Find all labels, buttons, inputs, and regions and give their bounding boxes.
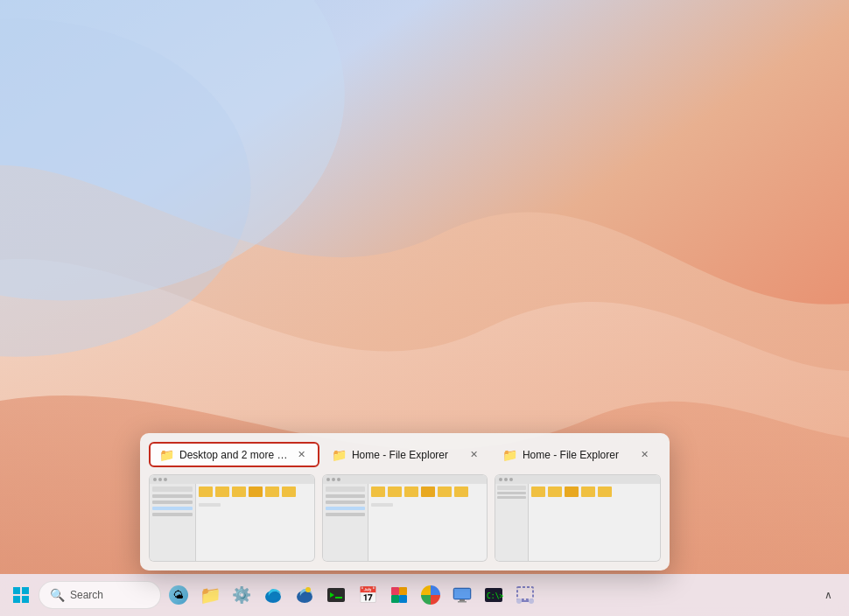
folder-icon-2: 📁: [332, 448, 347, 462]
svg-rect-18: [454, 589, 470, 598]
cmd-icon: C:\>: [484, 585, 503, 605]
preview-tab-list: 📁 Desktop and 2 more tabs - ... ✕ 📁 Home…: [149, 442, 661, 467]
widgets-button[interactable]: 🌤: [165, 581, 193, 609]
svg-rect-3: [13, 587, 20, 594]
file-explorer-button[interactable]: 📁: [196, 581, 224, 609]
terminal-button[interactable]: [322, 581, 350, 609]
preview-thumbnail-1[interactable]: [149, 474, 315, 562]
folder-icon-3: 📁: [502, 448, 517, 462]
svg-rect-4: [22, 587, 29, 594]
remote-button[interactable]: [448, 581, 476, 609]
settings-button[interactable]: ⚙️: [228, 581, 256, 609]
desktop: 📁 Desktop and 2 more tabs - ... ✕ 📁 Home…: [0, 0, 849, 616]
svg-point-24: [516, 598, 522, 604]
preview-tab-desktop-label: Desktop and 2 more tabs - ...: [179, 449, 289, 461]
browser2-button[interactable]: [417, 581, 445, 609]
edge-button[interactable]: [259, 581, 287, 609]
preview-tab-home1[interactable]: 📁 Home - File Explorer ✕: [323, 442, 490, 467]
file-explorer-icon: 📁: [200, 584, 221, 606]
terminal-icon: [326, 585, 346, 605]
edge-icon: [263, 585, 283, 605]
svg-rect-12: [335, 597, 342, 598]
close-tab2-icon[interactable]: ✕: [467, 447, 481, 462]
search-label: Search: [70, 589, 103, 601]
start-button[interactable]: [7, 581, 35, 609]
settings-icon: ⚙️: [232, 585, 251, 605]
calendar-button[interactable]: 📅: [354, 581, 382, 609]
window-preview-popup: 📁 Desktop and 2 more tabs - ... ✕ 📁 Home…: [140, 433, 670, 570]
windows-icon: [13, 587, 29, 603]
preview-tab-desktop[interactable]: 📁 Desktop and 2 more tabs - ... ✕: [149, 442, 319, 467]
svg-rect-16: [399, 595, 407, 603]
svg-point-9: [305, 587, 311, 592]
preview-thumbnail-3[interactable]: [495, 474, 661, 562]
preview-thumbnail-2[interactable]: [322, 474, 488, 562]
close-tab3-icon[interactable]: ✕: [637, 447, 652, 462]
snipping-button[interactable]: [511, 581, 539, 609]
svg-rect-23: [517, 587, 533, 599]
folder-icon: 📁: [159, 448, 174, 462]
remote-icon: [453, 585, 472, 605]
taskbar: 🔍 Search 🌤 📁 ⚙️: [0, 574, 849, 616]
preview-tab-home2-label: Home - File Explorer: [523, 449, 619, 461]
system-tray: ∧: [814, 581, 842, 609]
preview-tab-home1-label: Home - File Explorer: [352, 449, 448, 461]
svg-text:C:\>: C:\>: [487, 592, 503, 600]
store-button[interactable]: [385, 581, 413, 609]
svg-rect-14: [399, 587, 407, 595]
svg-rect-6: [22, 596, 29, 603]
svg-rect-5: [13, 596, 20, 603]
edge-canary-icon: [295, 585, 314, 605]
calendar-icon: 📅: [358, 585, 377, 605]
svg-rect-20: [458, 601, 467, 603]
browser2-icon: [421, 585, 440, 605]
svg-rect-19: [460, 599, 465, 601]
close-tab-icon[interactable]: ✕: [294, 447, 309, 462]
preview-thumbnail-list: [149, 474, 661, 562]
terminal2-button[interactable]: C:\>: [480, 581, 508, 609]
tray-overflow[interactable]: ∧: [814, 581, 842, 609]
svg-rect-13: [391, 587, 399, 595]
search-bar[interactable]: 🔍 Search: [39, 581, 161, 609]
search-magnifier-icon: 🔍: [50, 588, 65, 602]
svg-point-25: [529, 598, 534, 604]
svg-rect-15: [391, 595, 399, 603]
svg-point-8: [297, 591, 312, 603]
snipping-icon: [516, 585, 535, 605]
store-icon: [389, 585, 409, 605]
preview-tab-home2[interactable]: 📁 Home - File Explorer ✕: [494, 442, 661, 467]
edge-canary-button[interactable]: [291, 581, 319, 609]
widgets-icon: 🌤: [169, 585, 188, 605]
